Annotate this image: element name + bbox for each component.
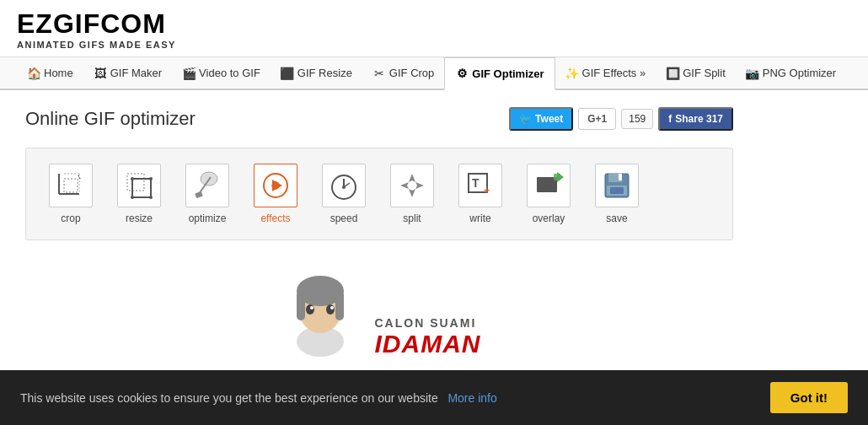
gif-optimizer-nav-icon: ⚙: [455, 67, 469, 80]
main-content: Online GIF optimizer 🐦 Tweet G+1 159 f S…: [0, 90, 758, 384]
nav-label-png-optimizer: PNG Optimizer: [763, 67, 836, 79]
home-nav-icon: 🏠: [27, 67, 40, 80]
tool-icon-write: T+: [458, 164, 502, 207]
gif-placeholder: CALON SUAMI IDAMAN: [253, 266, 506, 358]
svg-point-40: [310, 306, 313, 309]
svg-rect-6: [127, 174, 144, 191]
cookie-accept-button[interactable]: Got it!: [770, 382, 848, 384]
tool-icon-crop: [49, 164, 93, 207]
nav-item-gif-maker[interactable]: 🖼 GIF Maker: [83, 58, 172, 90]
anime-figure: [278, 266, 362, 358]
site-header: EZGIFCOM ANIMATED GIFS MADE EASY: [0, 0, 868, 57]
svg-point-21: [342, 186, 346, 189]
gplus-button[interactable]: G+1: [578, 108, 616, 130]
logo-text: EZGIFCOM: [17, 8, 851, 40]
gif-idaman-text: IDAMAN: [375, 330, 481, 358]
tool-label-effects: effects: [260, 212, 290, 224]
tool-icon-save: [595, 164, 639, 207]
nav-label-gif-optimizer: GIF Optimizer: [472, 67, 544, 80]
tool-icon-speed: [322, 164, 366, 207]
tool-speed[interactable]: speed: [312, 157, 376, 231]
gif-maker-nav-icon: 🖼: [94, 67, 107, 80]
svg-point-39: [326, 304, 335, 315]
nav-label-gif-effects: GIF Effects »: [582, 67, 646, 79]
svg-rect-37: [335, 291, 344, 320]
nav-item-home[interactable]: 🏠 Home: [17, 58, 83, 90]
svg-rect-32: [610, 187, 624, 194]
nav-label-home: Home: [44, 67, 73, 79]
nav-label-gif-split: GIF Split: [683, 67, 726, 79]
nav-item-video-to-gif[interactable]: 🎬 Video to GIF: [172, 58, 271, 90]
svg-rect-30: [619, 174, 622, 180]
svg-point-41: [330, 306, 334, 309]
tools-container: crop resize optimize effects speed split…: [25, 148, 733, 240]
svg-point-11: [149, 196, 153, 199]
tool-label-save: save: [606, 212, 627, 224]
nav-item-gif-resize[interactable]: ⬛ GIF Resize: [271, 58, 362, 90]
tool-split[interactable]: split: [380, 157, 444, 231]
tool-label-speed: speed: [330, 212, 358, 224]
tool-icon-split: [390, 164, 434, 207]
tool-icon-resize: [117, 164, 161, 207]
svg-point-10: [131, 196, 134, 199]
tool-icon-overlay: [527, 164, 571, 207]
page-title: Online GIF optimizer: [25, 108, 196, 130]
svg-point-38: [306, 304, 314, 315]
cookie-banner: This website uses cookies to ensure you …: [0, 370, 868, 384]
gif-calon-text: CALON SUAMI: [375, 316, 481, 330]
social-buttons: 🐦 Tweet G+1 159 f Share 317: [509, 107, 733, 131]
svg-rect-2: [64, 179, 78, 192]
gif-split-nav-icon: 🔲: [666, 67, 679, 80]
tweet-button[interactable]: 🐦 Tweet: [509, 107, 573, 131]
tool-label-crop: crop: [61, 212, 80, 224]
nav-item-png-optimizer[interactable]: 📷 PNG Optimizer: [736, 58, 846, 90]
nav-item-gif-effects[interactable]: ✨ GIF Effects »: [555, 58, 656, 90]
share-button[interactable]: f Share 317: [658, 107, 733, 131]
nav-item-gif-optimizer[interactable]: ⚙ GIF Optimizer: [444, 57, 555, 90]
nav-item-gif-crop[interactable]: ✂ GIF Crop: [362, 58, 444, 90]
svg-rect-7: [132, 179, 151, 197]
tool-label-split: split: [403, 212, 421, 224]
gif-resize-nav-icon: ⬛: [281, 67, 294, 80]
svg-point-8: [131, 177, 134, 180]
svg-text:T: T: [472, 176, 480, 190]
tool-label-optimize: optimize: [189, 212, 227, 224]
tool-resize[interactable]: resize: [107, 157, 171, 231]
gif-effects-nav-icon: ✨: [565, 67, 579, 80]
svg-point-9: [149, 177, 153, 180]
tool-optimize[interactable]: optimize: [175, 157, 239, 231]
logo: EZGIFCOM ANIMATED GIFS MADE EASY: [17, 8, 851, 50]
facebook-icon: f: [668, 113, 672, 125]
nav-label-gif-crop: GIF Crop: [389, 67, 434, 79]
nav-label-video-to-gif: Video to GIF: [199, 67, 260, 79]
tool-write[interactable]: T+ write: [448, 157, 512, 231]
tool-crop[interactable]: crop: [39, 157, 103, 231]
gif-preview-area: CALON SUAMI IDAMAN: [25, 257, 733, 367]
tool-save[interactable]: save: [585, 157, 649, 231]
tool-icon-effects: [254, 164, 297, 207]
svg-rect-27: [554, 174, 560, 180]
tool-label-resize: resize: [126, 212, 153, 224]
gif-text-block: CALON SUAMI IDAMAN: [375, 316, 481, 358]
tool-overlay[interactable]: overlay: [517, 157, 581, 231]
gplus-count: 159: [621, 109, 653, 129]
video-to-gif-nav-icon: 🎬: [182, 67, 196, 80]
svg-text:+: +: [484, 185, 490, 196]
tool-effects[interactable]: effects: [244, 157, 308, 231]
gif-crop-nav-icon: ✂: [372, 67, 386, 80]
tool-label-overlay: overlay: [533, 212, 565, 224]
nav-label-gif-resize: GIF Resize: [297, 67, 352, 79]
title-row: Online GIF optimizer 🐦 Tweet G+1 159 f S…: [25, 107, 733, 131]
svg-rect-36: [297, 291, 305, 320]
png-optimizer-nav-icon: 📷: [746, 67, 759, 80]
twitter-icon: 🐦: [519, 113, 532, 125]
svg-marker-16: [272, 180, 282, 191]
main-nav: 🏠 Home🖼 GIF Maker🎬 Video to GIF⬛ GIF Res…: [0, 57, 868, 90]
tool-label-write: write: [469, 212, 490, 224]
tool-icon-optimize: [185, 164, 229, 207]
svg-rect-14: [195, 191, 203, 198]
nav-label-gif-maker: GIF Maker: [110, 67, 162, 79]
logo-tagline: ANIMATED GIFS MADE EASY: [17, 40, 851, 50]
svg-marker-5: [78, 175, 81, 179]
nav-item-gif-split[interactable]: 🔲 GIF Split: [656, 58, 736, 90]
